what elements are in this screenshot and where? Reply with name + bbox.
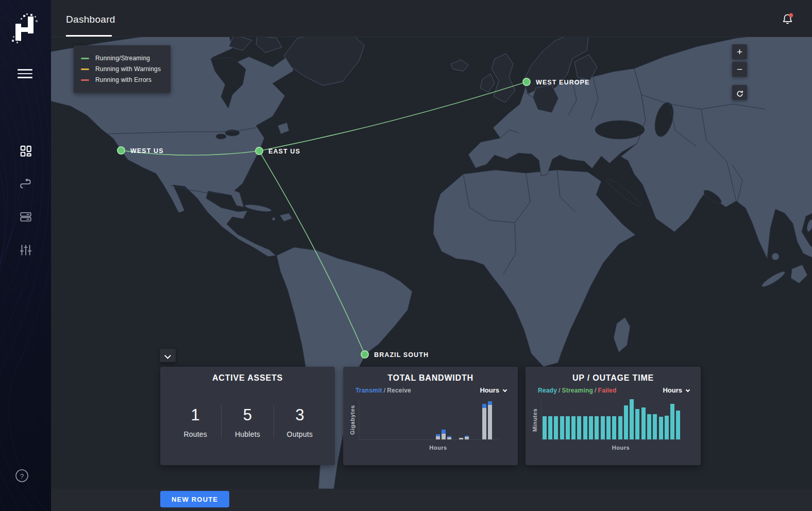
stat-label: Routes bbox=[170, 430, 221, 438]
sidebar: ? bbox=[0, 0, 51, 511]
hispaniola bbox=[280, 213, 292, 222]
stat-label: Hublets bbox=[222, 430, 273, 438]
sidebar-item-routes[interactable] bbox=[19, 177, 32, 191]
uptime-chart bbox=[541, 399, 681, 440]
newfoundland bbox=[278, 123, 289, 134]
legend-receive: Receive bbox=[387, 387, 411, 394]
sliders-icon bbox=[19, 243, 32, 257]
map-node-label: WEST US bbox=[130, 147, 164, 155]
map-node-label: EAST US bbox=[268, 148, 300, 155]
legend-row: Running with Warnings bbox=[81, 65, 163, 73]
zoom-out-button[interactable]: − bbox=[732, 62, 747, 77]
legend-streaming: Streaming bbox=[562, 387, 593, 394]
jamaica bbox=[272, 217, 275, 220]
madagascar bbox=[614, 317, 630, 352]
sidebar-item-settings[interactable] bbox=[19, 243, 32, 257]
notifications-button[interactable] bbox=[781, 12, 794, 26]
panel-title: ACTIVE ASSETS bbox=[160, 373, 335, 383]
tab-dashboard[interactable]: Dashboard bbox=[66, 14, 115, 25]
y-axis-label: Gigabytes bbox=[349, 400, 356, 440]
sri-lanka bbox=[772, 253, 779, 260]
legend-label: Running with Errors bbox=[95, 76, 151, 83]
svg-text:?: ? bbox=[20, 472, 24, 480]
total-bandwidth-panel: TOTAL BANDWIDTH Transmit/Receive Hours G… bbox=[343, 367, 518, 465]
map-node-west-us[interactable] bbox=[117, 147, 125, 154]
greenland bbox=[284, 37, 364, 86]
continent-africa bbox=[433, 170, 635, 367]
legend-label: Running/Streaming bbox=[95, 55, 150, 62]
legend-ready: Ready bbox=[538, 387, 557, 394]
map-node-west-europe[interactable] bbox=[523, 78, 530, 86]
map-node-label: WEST EUROPE bbox=[536, 79, 589, 86]
active-assets-panel: ACTIVE ASSETS 1 Routes 5 Hublets 3 Outpu… bbox=[160, 367, 335, 465]
new-route-button[interactable]: NEW ROUTE bbox=[160, 491, 229, 507]
world-map[interactable]: WEST US EAST US WEST EUROPE BRAZIL SOUTH… bbox=[51, 37, 812, 489]
legend-failed: Failed bbox=[598, 387, 617, 394]
chevron-down-icon bbox=[164, 352, 171, 359]
arctic-island-2 bbox=[256, 37, 282, 53]
help-icon: ? bbox=[15, 469, 29, 483]
stat-outputs: 3 Outputs bbox=[274, 406, 326, 438]
bandwidth-legend: Transmit/Receive bbox=[356, 387, 411, 394]
hub-logo[interactable] bbox=[12, 13, 40, 43]
sidebar-nav bbox=[0, 144, 51, 257]
help-button[interactable]: ? bbox=[15, 469, 29, 483]
sidebar-item-dashboard[interactable] bbox=[19, 144, 32, 158]
legend-dash-yellow bbox=[81, 69, 89, 70]
active-tab-underline bbox=[66, 35, 112, 37]
app-window: ? Dashboard bbox=[0, 0, 812, 511]
stat-hublets: 5 Hublets bbox=[222, 406, 273, 438]
hamburger-menu-icon[interactable] bbox=[18, 69, 32, 78]
stat-routes: 1 Routes bbox=[170, 406, 221, 438]
continent-asia bbox=[621, 37, 812, 259]
philippines bbox=[806, 219, 812, 232]
legend-label: Running with Warnings bbox=[95, 65, 161, 73]
asset-stats: 1 Routes 5 Hublets 3 Outputs bbox=[160, 405, 335, 438]
chevron-down-icon bbox=[686, 387, 690, 391]
x-axis-label: Hours bbox=[343, 445, 518, 451]
borneo bbox=[791, 265, 807, 283]
sumatra bbox=[760, 269, 786, 289]
status-legend: Running/Streaming Running with Warnings … bbox=[74, 45, 171, 93]
map-node-label: BRAZIL SOUTH bbox=[374, 351, 429, 359]
route-icon bbox=[19, 177, 32, 191]
uptime-panel: UP / OUTAGE TIME Ready/Streaming/Failed … bbox=[526, 367, 701, 465]
bandwidth-chart bbox=[359, 399, 499, 440]
legend-dash-red bbox=[81, 79, 89, 81]
legend-transmit: Transmit bbox=[356, 387, 382, 394]
panel-title: TOTAL BANDWIDTH bbox=[343, 373, 518, 383]
ireland bbox=[480, 74, 495, 92]
stat-value: 1 bbox=[170, 406, 221, 424]
bandwidth-range-select[interactable]: Hours bbox=[480, 386, 506, 394]
stat-label: Outputs bbox=[274, 430, 326, 438]
map-node-east-us[interactable] bbox=[256, 147, 263, 155]
dashboard-grid-icon bbox=[19, 144, 32, 158]
sidebar-item-hublets[interactable] bbox=[19, 210, 32, 224]
x-axis-label: Hours bbox=[526, 445, 701, 451]
legend-row: Running/Streaming bbox=[81, 55, 163, 62]
zoom-in-button[interactable]: + bbox=[732, 44, 747, 59]
map-node-brazil-south[interactable] bbox=[361, 351, 368, 358]
uptime-range-select[interactable]: Hours bbox=[663, 386, 689, 394]
great-lakes-2 bbox=[216, 134, 226, 139]
refresh-button[interactable] bbox=[732, 85, 747, 100]
united-kingdom bbox=[492, 54, 515, 103]
legend-dash-green bbox=[81, 58, 89, 59]
black-sea bbox=[595, 121, 645, 139]
iceland bbox=[451, 60, 468, 71]
bottom-bar: NEW ROUTE bbox=[51, 489, 812, 511]
cuba bbox=[245, 203, 272, 213]
uptime-legend: Ready/Streaming/Failed bbox=[538, 387, 617, 394]
red-sea bbox=[605, 177, 644, 209]
topbar: Dashboard bbox=[51, 0, 812, 37]
servers-icon bbox=[19, 210, 32, 224]
route-line-east-us-west-europe bbox=[259, 82, 527, 151]
y-axis-label: Minutes bbox=[532, 400, 538, 440]
refresh-icon bbox=[736, 90, 744, 98]
chevron-down-icon bbox=[503, 387, 507, 391]
panel-title: UP / OUTAGE TIME bbox=[526, 373, 701, 383]
stat-value: 3 bbox=[274, 406, 326, 424]
collapse-panels-button[interactable] bbox=[160, 349, 176, 362]
stat-value: 5 bbox=[222, 406, 273, 424]
notification-dot bbox=[789, 13, 793, 17]
